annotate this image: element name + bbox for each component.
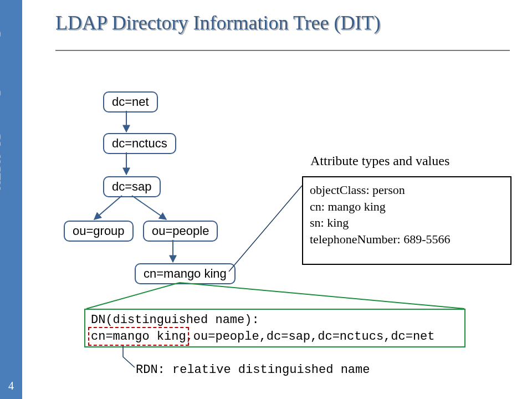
node-cn-mango: cn=mango king [135, 263, 236, 284]
rdn-label: RDN: relative distinguished name [136, 363, 370, 377]
node-dc-net: dc=net [103, 91, 158, 112]
dn-wedge-left [86, 283, 180, 309]
svg-line-3 [132, 196, 166, 219]
sidebar-rail: Computer Center, CS, NCTU 4 [0, 0, 22, 399]
node-dc-sap: dc=sap [103, 176, 161, 197]
dn-wedge-right [180, 283, 464, 309]
title-rule [55, 50, 510, 51]
dn-label: DN(distinguished name): [91, 312, 459, 329]
page-number: 4 [0, 380, 22, 392]
node-ou-people: ou=people [143, 221, 218, 242]
callout-line-attr [229, 186, 302, 272]
attributes-heading: Attribute types and values [310, 154, 449, 168]
page-title: LDAP Directory Information Tree (DIT) [55, 11, 381, 34]
attr-line: cn: mango king [310, 198, 504, 215]
svg-line-2 [94, 196, 122, 219]
attr-line: objectClass: person [310, 182, 504, 198]
node-ou-group: ou=group [64, 221, 134, 242]
attributes-box: objectClass: person cn: mango king sn: k… [302, 176, 511, 265]
dn-box: DN(distinguished name): cn=mango king,ou… [84, 309, 466, 347]
attr-line: telephoneNumber: 689-5566 [310, 231, 504, 248]
rail-text: Computer Center, CS, NCTU [0, 28, 4, 360]
node-dc-nctucs: dc=nctucs [103, 133, 176, 154]
dn-value: cn=mango king,ou=people,dc=sap,dc=nctucs… [91, 329, 459, 345]
attr-line: sn: king [310, 214, 504, 231]
callout-line-rdn [123, 345, 135, 367]
